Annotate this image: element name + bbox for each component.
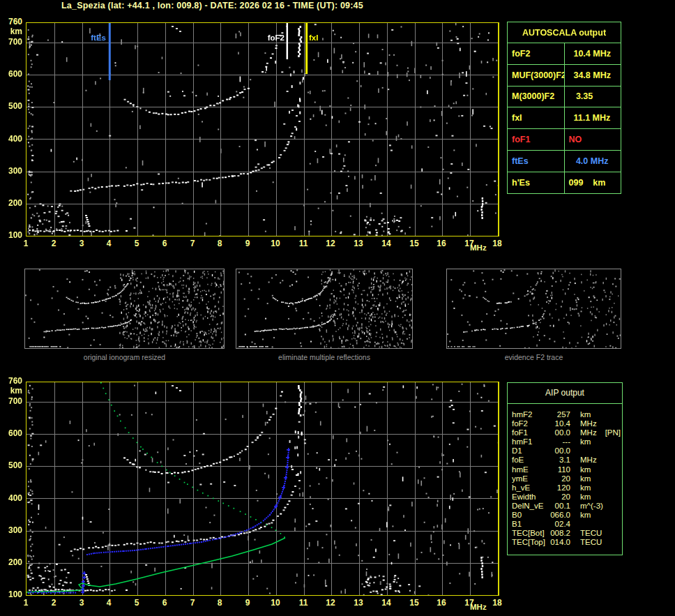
ionogram-canvas-bottom: [26, 382, 499, 596]
y-tick: 200: [1, 198, 22, 208]
x-tick: 2: [46, 598, 61, 608]
autoscala-param: ftEs: [508, 150, 565, 172]
x-tick: 10: [268, 239, 283, 248]
autoscala-value: NO: [564, 129, 621, 151]
thumbnail-caption: evidence F2 trace: [446, 353, 621, 361]
x-tick: 9: [240, 598, 255, 608]
autoscala-value: 3.35: [564, 86, 621, 107]
aip-table-title: AIP output: [508, 383, 622, 404]
thumbnail-original-ionogram: [24, 269, 225, 349]
x-tick: 18: [490, 598, 505, 608]
y-tick: 700: [1, 396, 22, 406]
y-tick: 600: [1, 428, 22, 438]
y-tick: 760: [1, 376, 22, 386]
x-tick: 10: [268, 598, 283, 608]
y-axis-unit: km: [1, 386, 22, 396]
x-tick: 14: [379, 598, 394, 608]
thumbnail-eliminate-reflections: [236, 269, 413, 349]
x-tick: 1: [18, 239, 33, 248]
thumbnail-caption: eliminate multiple reflections: [236, 353, 413, 361]
aip-row: hmE110km: [508, 465, 622, 474]
x-tick: 3: [74, 598, 89, 608]
aip-row: B102.4: [508, 520, 622, 529]
autoscala-param: foF2: [508, 43, 565, 65]
aip-row: Ewidth20km: [508, 493, 622, 502]
fxi-marker-label: fxI: [309, 33, 318, 42]
y-tick: 200: [1, 557, 22, 567]
x-tick: 3: [74, 239, 89, 248]
station-title: La_Spezia (lat: +44.1 , lon: 009.8) - DA…: [61, 1, 363, 10]
y-tick: 300: [1, 525, 22, 535]
x-tick: 2: [46, 239, 61, 248]
aip-row: hmF2257km: [508, 410, 622, 419]
x-tick: 6: [157, 598, 172, 608]
x-tick: 11: [296, 239, 311, 248]
aip-output-table: AIP output hmF2257km foF210.4MHz foF100.…: [507, 382, 623, 555]
aip-row: foF100.0MHz[PN]: [508, 428, 622, 437]
x-axis-unit: MHz: [470, 243, 487, 252]
autoscala-table-title: AUTOSCALA output: [508, 22, 621, 43]
aip-row: foF210.4MHz: [508, 419, 622, 428]
autoscala-value: 4.0 MHz: [564, 150, 621, 172]
x-tick: 4: [101, 239, 116, 248]
ionogram-app-window: La_Spezia (lat: +44.1 , lon: 009.8) - DA…: [0, 0, 675, 616]
x-tick: 15: [407, 239, 422, 248]
x-tick: 12: [323, 598, 338, 608]
y-tick: 500: [1, 101, 22, 111]
aip-row: B0066.0km: [508, 511, 622, 520]
autoscala-value: 099 km: [564, 172, 621, 193]
aip-row: D100.0: [508, 446, 622, 456]
aip-row: DelN_vE00.1m^(-3): [508, 502, 622, 511]
autoscala-param: h'Es: [508, 172, 565, 193]
y-tick: 700: [1, 37, 22, 47]
aip-row: TEC[Top]014.0TECU: [508, 538, 622, 547]
autoscala-param: M(3000)F2: [508, 86, 565, 107]
autoscala-param: fxI: [508, 107, 565, 129]
x-tick: 8: [212, 598, 227, 608]
x-tick: 12: [323, 239, 338, 248]
ionogram-canvas-top: [26, 22, 499, 236]
x-tick: 7: [185, 598, 200, 608]
autoscala-value: 11.1 MHz: [564, 107, 621, 129]
fof2-marker-label: foF2: [257, 33, 285, 42]
aip-row: TEC[Bot]008.2TECU: [508, 529, 622, 538]
x-tick: 11: [296, 598, 311, 608]
y-tick: 600: [1, 69, 22, 79]
thumbnail-evidence-f2-trace: [446, 269, 621, 349]
autoscala-output-table: AUTOSCALA output foF2 10.4 MHz MUF(3000)…: [507, 22, 621, 194]
aip-row: foE3.1MHz: [508, 456, 622, 465]
y-tick: 760: [1, 17, 22, 27]
autoscala-value: 10.4 MHz: [564, 43, 621, 65]
y-tick: 400: [1, 134, 22, 144]
x-tick: 6: [157, 239, 172, 248]
autoscala-value: 34.8 MHz: [564, 64, 621, 86]
x-tick: 9: [240, 239, 255, 248]
x-tick: 13: [351, 598, 366, 608]
x-tick: 16: [434, 598, 449, 608]
autoscala-param: MUF(3000)F2: [508, 64, 565, 86]
x-tick: 14: [379, 239, 394, 248]
x-tick: 8: [212, 239, 227, 248]
aip-row: h_vE120km: [508, 483, 622, 493]
x-tick: 5: [129, 239, 144, 248]
autoscala-param: foF1: [508, 129, 565, 151]
ftes-marker-label: ftEs: [78, 33, 106, 42]
x-tick: 18: [490, 239, 505, 248]
x-tick: 13: [351, 239, 366, 248]
x-tick: 5: [129, 598, 144, 608]
y-tick: 300: [1, 166, 22, 176]
y-axis-unit: km: [1, 27, 22, 36]
x-tick: 7: [185, 239, 200, 248]
x-tick: 15: [407, 598, 422, 608]
y-tick: 500: [1, 460, 22, 470]
aip-row: ymE20km: [508, 474, 622, 483]
thumbnail-caption: original ionogram resized: [24, 353, 225, 361]
aip-row: hmF1---km: [508, 437, 622, 446]
x-tick: 1: [18, 598, 33, 608]
y-tick: 400: [1, 493, 22, 503]
x-tick: 16: [434, 239, 449, 248]
x-tick: 4: [101, 598, 116, 608]
x-axis-unit: MHz: [470, 603, 487, 611]
